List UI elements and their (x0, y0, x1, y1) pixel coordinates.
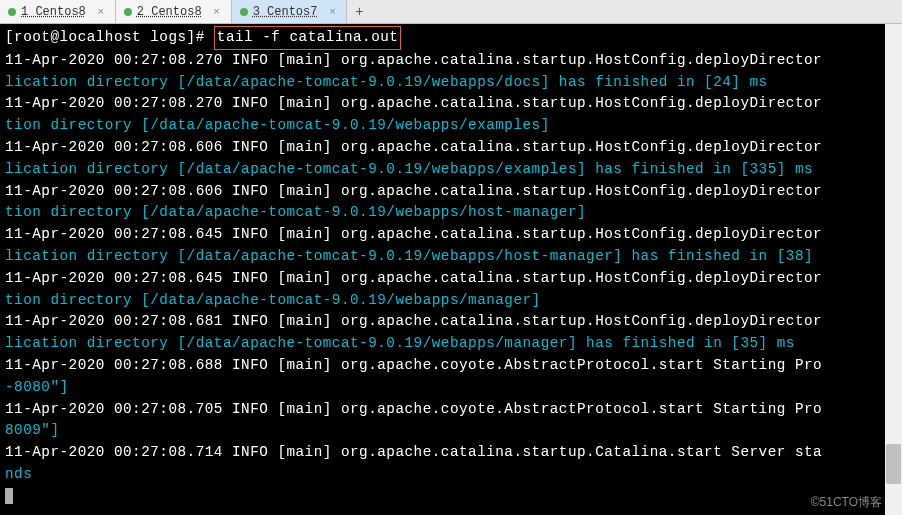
log-line: 11-Apr-2020 00:27:08.606 INFO [main] org… (5, 183, 822, 199)
watermark: ©51CTO博客 (811, 494, 882, 511)
log-line: 8009"] (5, 422, 59, 438)
status-dot-icon (240, 8, 248, 16)
tab-centos7-3[interactable]: 3 Centos7 × (232, 0, 348, 23)
log-line: lication directory [/data/apache-tomcat-… (5, 335, 795, 351)
close-icon[interactable]: × (326, 6, 338, 18)
command-highlight: tail -f catalina.out (214, 26, 402, 50)
log-lines: 11-Apr-2020 00:27:08.270 INFO [main] org… (5, 50, 897, 486)
tab-bar: 1 Centos8 × 2 Centos8 × 3 Centos7 × + (0, 0, 902, 24)
log-line: tion directory [/data/apache-tomcat-9.0.… (5, 204, 586, 220)
tab-centos8-1[interactable]: 1 Centos8 × (0, 0, 116, 23)
log-line: lication directory [/data/apache-tomcat-… (5, 161, 813, 177)
log-line: 11-Apr-2020 00:27:08.681 INFO [main] org… (5, 313, 822, 329)
log-line: tion directory [/data/apache-tomcat-9.0.… (5, 117, 550, 133)
tab-label: 2 Centos8 (137, 5, 202, 19)
tab-label: 1 Centos8 (21, 5, 86, 19)
tab-centos8-2[interactable]: 2 Centos8 × (116, 0, 232, 23)
terminal-output[interactable]: [root@localhost logs]# tail -f catalina.… (0, 24, 902, 515)
log-line: 11-Apr-2020 00:27:08.270 INFO [main] org… (5, 95, 822, 111)
shell-prompt: [root@localhost logs]# (5, 29, 214, 45)
scrollbar[interactable] (885, 24, 902, 515)
add-tab-button[interactable]: + (347, 0, 371, 23)
log-line: 11-Apr-2020 00:27:08.705 INFO [main] org… (5, 401, 822, 417)
log-line: 11-Apr-2020 00:27:08.714 INFO [main] org… (5, 444, 822, 460)
tab-label: 3 Centos7 (253, 5, 318, 19)
scroll-thumb[interactable] (886, 444, 901, 484)
cursor-icon (5, 488, 13, 504)
close-icon[interactable]: × (211, 6, 223, 18)
log-line: 11-Apr-2020 00:27:08.645 INFO [main] org… (5, 270, 822, 286)
log-line: lication directory [/data/apache-tomcat-… (5, 248, 822, 264)
log-line: lication directory [/data/apache-tomcat-… (5, 74, 768, 90)
log-line: tion directory [/data/apache-tomcat-9.0.… (5, 292, 541, 308)
log-line: 11-Apr-2020 00:27:08.606 INFO [main] org… (5, 139, 822, 155)
close-icon[interactable]: × (95, 6, 107, 18)
log-line: -8080"] (5, 379, 69, 395)
status-dot-icon (124, 8, 132, 16)
log-line: 11-Apr-2020 00:27:08.645 INFO [main] org… (5, 226, 822, 242)
status-dot-icon (8, 8, 16, 16)
log-line: 11-Apr-2020 00:27:08.688 INFO [main] org… (5, 357, 822, 373)
log-line: 11-Apr-2020 00:27:08.270 INFO [main] org… (5, 52, 822, 68)
log-line: nds (5, 466, 32, 482)
